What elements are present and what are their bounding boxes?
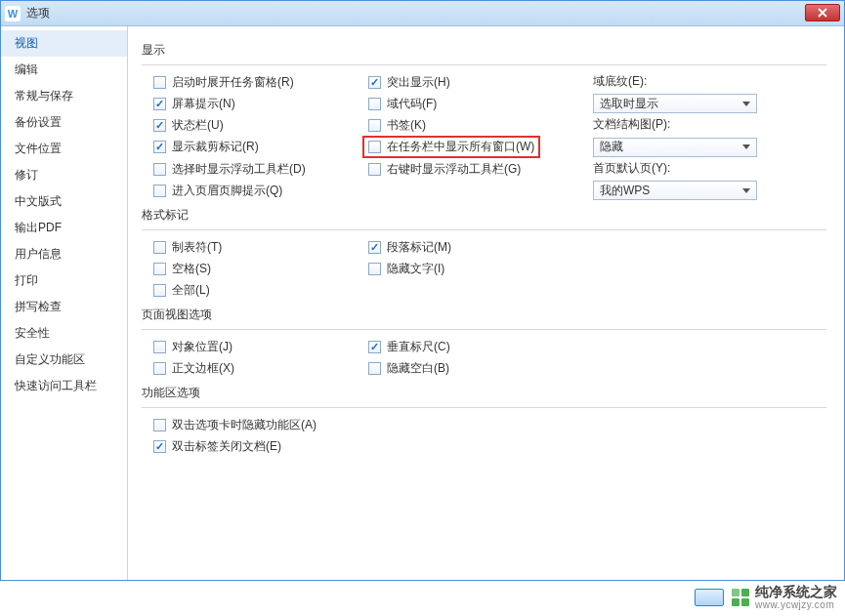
- checkbox-show-all-taskbar[interactable]: 在任务栏中显示所有窗口(W): [368, 139, 534, 155]
- checkbox-label: 隐藏空白(B): [387, 360, 449, 377]
- checkbox-box: [153, 341, 166, 353]
- app-icon: W: [5, 6, 21, 21]
- home-default-label: 首页默认页(Y):: [593, 160, 670, 177]
- chevron-down-icon: [739, 141, 754, 154]
- sidebar-item-cjk-layout[interactable]: 中文版式: [1, 188, 127, 215]
- checkbox-tabs[interactable]: 制表符(T): [153, 239, 222, 256]
- checkbox-crop-marks[interactable]: 显示裁剪标记(R): [153, 139, 259, 155]
- checkbox-spaces[interactable]: 空格(S): [153, 261, 211, 277]
- close-button[interactable]: [805, 4, 840, 21]
- checkbox-label: 空格(S): [172, 261, 211, 277]
- checkbox-label: 在任务栏中显示所有窗口(W): [387, 139, 534, 155]
- section-page-view-header: 页面视图选项: [142, 307, 826, 325]
- dialog-body: 视图 编辑 常规与保存 备份设置 文件位置 修订 中文版式 输出PDF 用户信息…: [1, 26, 844, 580]
- checkbox-hidden-text[interactable]: 隐藏文字(I): [368, 261, 444, 277]
- checkbox-box: [153, 185, 166, 197]
- checkbox-label: 显示裁剪标记(R): [172, 139, 259, 155]
- watermark-text: 纯净系统之家 www.ycwjzy.com: [755, 585, 837, 610]
- sidebar: 视图 编辑 常规与保存 备份设置 文件位置 修订 中文版式 输出PDF 用户信息…: [1, 26, 128, 580]
- checkbox-box: [368, 163, 381, 176]
- sidebar-item-label: 输出PDF: [15, 221, 62, 234]
- close-icon: [818, 8, 827, 18]
- checkbox-bookmarks[interactable]: 书签(K): [368, 117, 426, 134]
- sidebar-item-general-save[interactable]: 常规与保存: [1, 83, 127, 109]
- chevron-down-icon: [739, 97, 754, 110]
- checkbox-label: 书签(K): [387, 117, 426, 134]
- checkbox-enter-header-hint[interactable]: 进入页眉页脚提示(Q): [153, 183, 282, 199]
- sidebar-item-output-pdf[interactable]: 输出PDF: [1, 215, 127, 241]
- checkbox-screen-tips[interactable]: 屏幕提示(N): [153, 96, 235, 112]
- checkbox-float-toolbar-select[interactable]: 选择时显示浮动工具栏(D): [153, 161, 306, 178]
- checkbox-box: [153, 241, 166, 254]
- checkbox-label: 右键时显示浮动工具栏(G): [387, 161, 521, 178]
- checkbox-vruler[interactable]: 垂直标尺(C): [368, 339, 450, 355]
- checkbox-startup-pane[interactable]: 启动时展开任务窗格(R): [153, 74, 294, 91]
- options-dialog: W 选项 视图 编辑 常规与保存 备份设置 文件位置 修订 中文版式 输出PDF…: [0, 0, 845, 581]
- watermark-main: 纯净系统之家: [755, 585, 837, 599]
- highlighted-option: 在任务栏中显示所有窗口(W): [362, 136, 540, 158]
- checkbox-text-border[interactable]: 正文边框(X): [153, 360, 234, 377]
- sidebar-item-backup[interactable]: 备份设置: [1, 109, 127, 136]
- watermark-badge-icon: [695, 589, 724, 606]
- sidebar-item-label: 中文版式: [15, 194, 62, 208]
- sidebar-item-revision[interactable]: 修订: [1, 162, 127, 188]
- section-ribbon-header: 功能区选项: [142, 385, 826, 403]
- sidebar-item-edit[interactable]: 编辑: [1, 57, 127, 83]
- checkbox-box: [153, 263, 166, 275]
- sidebar-item-label: 编辑: [15, 62, 38, 76]
- sidebar-item-customize-ribbon[interactable]: 自定义功能区: [1, 347, 127, 373]
- sidebar-item-print[interactable]: 打印: [1, 267, 127, 294]
- checkbox-dblclick-close[interactable]: 双击标签关闭文档(E): [153, 438, 281, 455]
- sidebar-item-user-info[interactable]: 用户信息: [1, 241, 127, 267]
- sidebar-item-label: 拼写检查: [15, 300, 62, 313]
- checkbox-dblclick-hide[interactable]: 双击选项卡时隐藏功能区(A): [153, 417, 317, 433]
- checkbox-float-toolbar-right[interactable]: 右键时显示浮动工具栏(G): [368, 161, 521, 178]
- checkbox-label: 正文边框(X): [172, 360, 234, 377]
- checkbox-box: [153, 141, 166, 153]
- checkbox-label: 域代码(F): [387, 96, 437, 112]
- combobox-doc-map[interactable]: 隐藏: [593, 138, 757, 157]
- checkbox-label: 段落标记(M): [387, 239, 451, 256]
- divider: [142, 64, 826, 65]
- checkbox-label: 突出显示(H): [387, 74, 450, 91]
- checkbox-box: [153, 419, 166, 431]
- sidebar-item-label: 快速访问工具栏: [15, 379, 97, 392]
- checkbox-box: [153, 362, 166, 375]
- checkbox-label: 双击选项卡时隐藏功能区(A): [172, 417, 317, 433]
- checkbox-box: [153, 76, 166, 89]
- checkbox-highlight[interactable]: 突出显示(H): [368, 74, 450, 91]
- combobox-value: 隐藏: [600, 139, 623, 155]
- watermark: 纯净系统之家 www.ycwjzy.com: [695, 585, 837, 610]
- checkbox-status-bar[interactable]: 状态栏(U): [153, 117, 224, 134]
- combobox-home-default[interactable]: 我的WPS: [593, 181, 757, 200]
- divider: [142, 229, 826, 230]
- sidebar-item-security[interactable]: 安全性: [1, 320, 127, 347]
- checkbox-label: 垂直标尺(C): [387, 339, 450, 355]
- sidebar-item-label: 安全性: [15, 326, 50, 340]
- combobox-field-shading[interactable]: 选取时显示: [593, 94, 757, 113]
- checkbox-label: 状态栏(U): [172, 117, 224, 134]
- sidebar-item-file-location[interactable]: 文件位置: [1, 136, 127, 162]
- checkbox-label: 对象位置(J): [172, 339, 232, 355]
- checkbox-para-marks[interactable]: 段落标记(M): [368, 239, 451, 256]
- checkbox-hide-blank[interactable]: 隐藏空白(B): [368, 360, 449, 377]
- sidebar-item-view[interactable]: 视图: [1, 30, 127, 57]
- checkbox-label: 全部(L): [172, 282, 210, 299]
- checkbox-label: 进入页眉页脚提示(Q): [172, 183, 282, 199]
- checkbox-all[interactable]: 全部(L): [153, 282, 210, 299]
- sidebar-item-label: 修订: [15, 168, 38, 182]
- doc-map-label: 文档结构图(P):: [593, 116, 670, 133]
- checkbox-box: [153, 98, 166, 110]
- checkbox-box: [368, 76, 381, 89]
- checkbox-box: [368, 119, 381, 132]
- sidebar-item-label: 文件位置: [15, 142, 62, 155]
- watermark-sub: www.ycwjzy.com: [755, 599, 837, 610]
- sidebar-item-label: 打印: [15, 273, 38, 287]
- checkbox-box: [368, 241, 381, 254]
- checkbox-box: [153, 163, 166, 176]
- checkbox-object-pos[interactable]: 对象位置(J): [153, 339, 232, 355]
- sidebar-item-quick-access[interactable]: 快速访问工具栏: [1, 373, 127, 399]
- sidebar-item-spellcheck[interactable]: 拼写检查: [1, 294, 127, 320]
- combobox-value: 选取时显示: [600, 96, 658, 112]
- checkbox-field-codes[interactable]: 域代码(F): [368, 96, 437, 112]
